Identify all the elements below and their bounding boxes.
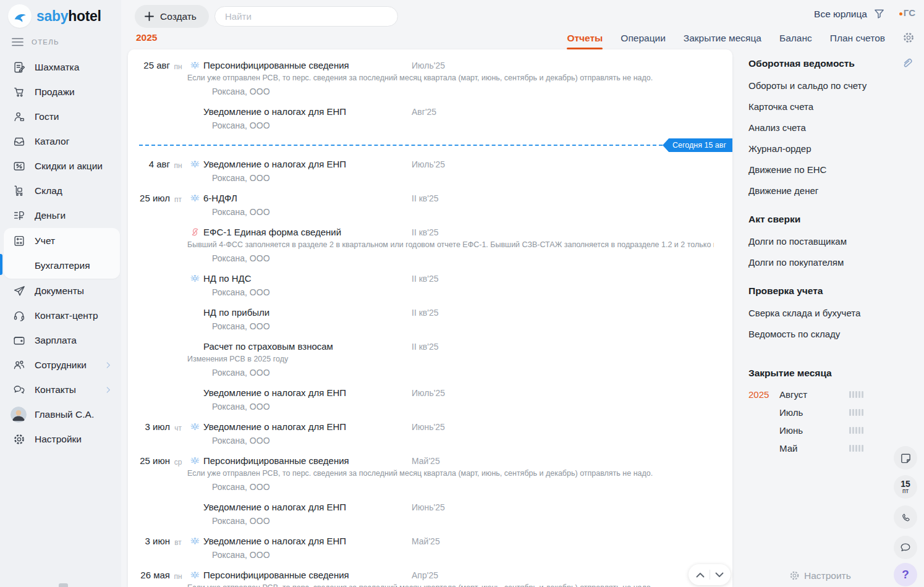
paperclip-icon[interactable] [901,57,913,69]
report-date: 3 июл [139,421,170,447]
sidebar-item-label: Продажи [35,87,75,98]
report-period: Май'25 [412,455,440,467]
report-title[interactable]: ЕФС-1 Единая форма сведений [203,226,412,239]
report-link-oborotnaya-vedomost[interactable]: Оборотная ведомость [748,58,906,69]
hamburger-icon[interactable] [12,38,23,46]
report-title[interactable]: Уведомление о налогах для ЕНП [203,535,412,547]
report-company: Роксана, ООО [212,206,720,218]
sidebar-item-uchet[interactable]: Учет [4,229,120,253]
report-link[interactable]: Карточка счета [748,101,906,112]
report-link[interactable]: Обороты и сальдо по счету [748,80,906,91]
report-row[interactable]: Уведомление о налогах для ЕНПАвг'25 Рокс… [128,106,732,132]
chat-button[interactable] [894,536,917,559]
report-row[interactable]: Уведомление о налогах для ЕНПИюль'25 Рок… [128,387,732,413]
month-closing-header[interactable]: Закрытие месяца [748,368,906,379]
tab-plan-schetov[interactable]: План счетов [830,33,885,44]
sidebar-item-sotrudniki[interactable]: Сотрудники [0,353,121,378]
report-row[interactable]: 4 авг пн Уведомление о налогах для ЕНПИю… [128,158,732,184]
report-row[interactable]: Уведомление о налогах для ЕНПИюнь'25 Рок… [128,501,732,527]
month-closing-row[interactable]: Май [748,443,906,454]
report-company: Роксана, ООО [212,481,720,493]
report-title[interactable]: Персонифицированные сведения [203,569,412,581]
phone-button[interactable] [894,505,917,529]
tabs: Отчеты Операции Закрытие месяца Баланс П… [567,33,885,44]
report-link-akt-sverki[interactable]: Акт сверки [748,214,906,225]
report-period: II кв'25 [412,226,438,239]
sidebar-item-gosti[interactable]: Гости [0,104,121,129]
report-row[interactable]: 25 авг пн Персонифицированные сведенияИю… [128,59,732,98]
calendar-button[interactable]: 15 пт [894,475,917,499]
report-row[interactable]: 25 июл пт 6-НДФЛII кв'25 Роксана, ООО [128,192,732,218]
report-row[interactable]: 25 июн ср Персонифицированные сведенияМа… [128,455,732,493]
filter-funnel-icon[interactable] [873,8,885,20]
sidebar-item-dokumenty[interactable]: Документы [0,279,121,303]
sidebar-item-kontakty[interactable]: Контакты [0,378,121,402]
report-period: II кв'25 [412,192,438,205]
scroll-down-button[interactable] [710,572,729,578]
report-row[interactable]: 3 июл чт Уведомление о налогах для ЕНПИю… [128,421,732,447]
report-link[interactable]: Долги по покупателям [748,256,906,268]
sidebar-item-prodazhi[interactable]: Продажи [0,80,121,104]
report-title[interactable]: Персонифицированные сведения [203,59,412,72]
tab-otchety[interactable]: Отчеты [567,33,603,44]
tab-operacii[interactable]: Операции [621,33,666,44]
report-title[interactable]: НД по прибыли [203,306,412,319]
report-title[interactable]: Уведомление о налогах для ЕНП [203,158,412,171]
report-row[interactable]: 26 мая пн Персонифицированные сведенияАп… [128,569,732,587]
1c-connector-icon[interactable]: ГС [899,7,915,18]
scroll-up-button[interactable] [691,572,710,578]
report-title[interactable]: Персонифицированные сведения [203,455,412,467]
report-link[interactable]: Движение по ЕНС [748,164,906,175]
sidebar-item-dengi[interactable]: Деньги [0,203,121,228]
sidebar-item-kontakt-centr[interactable]: Контакт-центр [0,303,121,328]
create-button[interactable]: Создать [135,5,209,28]
year-filter[interactable]: 2025 [136,32,157,43]
report-title[interactable]: Уведомление о налогах для ЕНП [203,501,412,513]
sidebar-item-zarplata[interactable]: Зарплата [0,328,121,353]
notes-button[interactable] [894,446,917,470]
sidebar-item-katalog[interactable]: Каталог [0,129,121,154]
report-row[interactable]: ЕФС-1 Единая форма сведенийII кв'25 Бывш… [128,226,732,264]
sidebar-item-label: Бухгалтерия [35,260,90,271]
report-date: 4 авг [139,158,170,184]
report-title[interactable]: 6-НДФЛ [203,192,412,205]
sidebar-item-shahmatka[interactable]: Шахматка [0,55,121,80]
report-link[interactable]: Движение денег [748,185,906,196]
report-title[interactable]: НД по НДС [203,272,412,285]
report-weekday: пн [170,158,186,184]
sidebar-item-skidki[interactable]: Скидки и акции [0,154,121,179]
report-link[interactable]: Журнал-ордер [748,143,906,154]
scrollbar-thumb[interactable] [59,583,68,587]
report-link[interactable]: Сверка склада и бухучета [748,307,906,319]
sidebar-item-profile[interactable]: Главный С.А. [0,402,121,427]
sidebar-item-nastroyki[interactable]: Настройки [0,427,121,452]
month-closing-row[interactable]: Июнь [748,425,906,436]
report-link[interactable]: Анализ счета [748,122,906,133]
month-closing-row[interactable]: Июль [748,407,906,418]
report-title[interactable]: Расчет по страховым взносам [203,340,412,353]
sidebar-item-buhgalteriya[interactable]: Бухгалтерия [4,253,120,278]
tabs-settings-gear-icon[interactable] [902,31,915,44]
report-row[interactable]: Расчет по страховым взносамII кв'25 Изме… [128,340,732,379]
logo[interactable]: sabyhotel [0,0,121,28]
report-title[interactable]: Уведомление о налогах для ЕНП [203,106,412,118]
sidebar-item-sklad[interactable]: Склад [0,179,121,203]
tab-zakrytie-mesyaca[interactable]: Закрытие месяца [684,33,761,44]
help-button[interactable]: ? [894,563,917,586]
report-row[interactable]: НД по прибылиII кв'25 Роксана, ООО [128,306,732,332]
search-input[interactable] [214,6,398,27]
org-filter[interactable]: Все юрлица [814,8,885,20]
report-link-proverka-ucheta[interactable]: Проверка учета [748,285,906,297]
report-link[interactable]: Ведомость по складу [748,328,906,340]
report-row[interactable]: 3 июн вт Уведомление о налогах для ЕНПМа… [128,535,732,561]
configure-button[interactable]: Настроить [789,570,851,581]
tab-balans[interactable]: Баланс [779,33,812,44]
report-link[interactable]: Долги по поставщикам [748,235,906,247]
report-title[interactable]: Уведомление о налогах для ЕНП [203,387,412,399]
month-closing-row[interactable]: 2025 Август [748,389,906,400]
chevron-right-icon[interactable] [104,386,112,394]
report-title[interactable]: Уведомление о налогах для ЕНП [203,421,412,433]
report-period: II кв'25 [412,272,438,285]
chevron-right-icon[interactable] [104,361,112,370]
report-row[interactable]: НД по НДСII кв'25 Роксана, ООО [128,272,732,298]
